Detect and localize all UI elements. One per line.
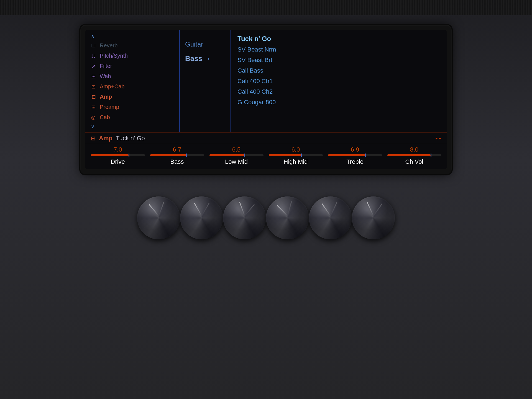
parameters-section: 7.0 6.7 6.5 6.0 6.9 8.0 <box>85 143 447 169</box>
model-sv-beast-nrm-label: SV Beast Nrm <box>237 46 276 53</box>
drive-slider[interactable] <box>91 154 145 156</box>
ch-vol-value: 8.0 <box>387 146 441 153</box>
effect-item-pitch-synth[interactable]: ♩♩ Pitch/Synth <box>85 51 179 61</box>
preamp-label: Preamp <box>100 104 119 110</box>
high-mid-label: High Mid <box>269 158 323 165</box>
pitch-synth-icon: ♩♩ <box>90 53 97 59</box>
amp-label: Amp <box>100 94 112 100</box>
scroll-up-arrow[interactable]: ∧ <box>85 32 179 40</box>
drive-knob[interactable] <box>137 196 180 239</box>
model-item-tuck-n-go[interactable]: Tuck n' Go <box>237 33 440 44</box>
model-cali-400-ch2-label: Cali 400 Ch2 <box>237 88 273 95</box>
high-mid-value: 6.0 <box>269 146 323 153</box>
low-mid-slider[interactable] <box>209 154 264 156</box>
treble-label: Treble <box>328 158 382 165</box>
pitch-synth-label: Pitch/Synth <box>100 53 128 59</box>
effect-item-filter[interactable]: ↗ Filter <box>85 61 179 71</box>
model-tuck-n-go-label: Tuck n' Go <box>237 35 271 42</box>
effect-item-cab[interactable]: ◎ Cab <box>85 112 179 122</box>
amp-cab-icon: ⊡ <box>90 84 97 90</box>
cab-label: Cab <box>100 114 110 121</box>
reverb-label: Reverb <box>100 42 117 49</box>
ch-vol-label: Ch Vol <box>387 158 441 165</box>
amp-subbar-name: Tuck n' Go <box>116 135 145 142</box>
wah-label: Wah <box>100 73 111 80</box>
params-sliders-row <box>85 154 447 156</box>
model-item-cali-400-ch1[interactable]: Cali 400 Ch1 <box>237 76 440 86</box>
model-item-sv-beast-nrm[interactable]: SV Beast Nrm <box>237 44 440 55</box>
effects-list-panel: ∧ ☐ Reverb ♩♩ Pitch/Synth ↗ Filter ⊟ <box>85 30 180 132</box>
amp-subbar-status-dot: ● ● <box>435 136 441 140</box>
screen: ∧ ☐ Reverb ♩♩ Pitch/Synth ↗ Filter ⊟ <box>85 30 447 169</box>
amp-icon: ⊟ <box>90 94 97 100</box>
preamp-icon: ⊟ <box>90 104 97 110</box>
model-item-sv-beast-brt[interactable]: SV Beast Brt <box>237 55 440 65</box>
amp-subbar: ⊟ Amp Tuck n' Go ● ● <box>85 132 447 143</box>
low-mid-value: 6.5 <box>209 146 264 153</box>
cab-icon: ◎ <box>90 114 97 121</box>
effect-item-amp-cab[interactable]: ⊡ Amp+Cab <box>85 81 179 92</box>
treble-knob[interactable] <box>309 196 352 239</box>
bass-slider[interactable] <box>150 154 204 156</box>
model-list-panel: Tuck n' Go SV Beast Nrm SV Beast Brt Cal… <box>231 30 447 132</box>
treble-slider[interactable] <box>328 154 382 156</box>
model-item-g-cougar-800[interactable]: G Cougar 800 <box>237 97 440 108</box>
amp-subbar-icon: ⊟ <box>91 135 96 142</box>
bass-label: Bass <box>185 54 202 63</box>
reverb-icon: ☐ <box>90 43 97 49</box>
model-sv-beast-brt-label: SV Beast Brt <box>237 57 272 63</box>
scroll-down-arrow[interactable]: ∨ <box>85 122 179 131</box>
knobs-section <box>115 180 417 262</box>
model-g-cougar-800-label: G Cougar 800 <box>237 99 276 106</box>
high-mid-knob[interactable] <box>266 196 309 239</box>
type-selector-panel: Guitar Bass › <box>180 30 231 132</box>
model-cali-bass-label: Cali Bass <box>237 67 263 74</box>
params-labels-row: Drive Bass Low Mid High Mid Treble Ch Vo… <box>85 157 447 165</box>
effect-item-reverb[interactable]: ☐ Reverb <box>85 40 179 51</box>
model-item-cali-bass[interactable]: Cali Bass <box>237 65 440 76</box>
effect-item-preamp[interactable]: ⊟ Preamp <box>85 102 179 112</box>
drive-label: Drive <box>91 158 145 165</box>
bass-knob[interactable] <box>180 196 223 239</box>
top-texture <box>0 0 532 15</box>
treble-value: 6.9 <box>328 146 382 153</box>
filter-label: Filter <box>100 63 112 69</box>
bass-value: 6.7 <box>150 146 204 153</box>
effect-item-wah[interactable]: ⊟ Wah <box>85 71 179 81</box>
guitar-type-item[interactable]: Guitar <box>183 39 227 49</box>
wah-icon: ⊟ <box>90 73 97 80</box>
filter-icon: ↗ <box>90 63 97 69</box>
bass-type-item[interactable]: Bass <box>183 53 204 64</box>
screen-upper: ∧ ☐ Reverb ♩♩ Pitch/Synth ↗ Filter ⊟ <box>85 30 447 132</box>
amp-cab-label: Amp+Cab <box>100 83 125 90</box>
screen-bezel: ∧ ☐ Reverb ♩♩ Pitch/Synth ↗ Filter ⊟ <box>80 25 452 174</box>
high-mid-slider[interactable] <box>269 154 323 156</box>
amp-subbar-label: Amp <box>99 135 112 142</box>
ch-vol-slider[interactable] <box>387 154 441 156</box>
ch-vol-knob[interactable] <box>352 196 395 239</box>
effect-item-amp[interactable]: ⊟ Amp <box>85 92 179 102</box>
type-arrow-icon: › <box>207 55 209 62</box>
params-values-row: 7.0 6.7 6.5 6.0 6.9 8.0 <box>85 146 447 153</box>
guitar-label: Guitar <box>185 40 203 48</box>
device-body: ∧ ☐ Reverb ♩♩ Pitch/Synth ↗ Filter ⊟ <box>0 0 532 399</box>
bass-param-label: Bass <box>150 158 204 165</box>
low-mid-label: Low Mid <box>209 158 264 165</box>
low-mid-knob[interactable] <box>223 196 266 239</box>
model-item-cali-400-ch2[interactable]: Cali 400 Ch2 <box>237 86 440 97</box>
drive-value: 7.0 <box>91 146 145 153</box>
model-cali-400-ch1-label: Cali 400 Ch1 <box>237 78 273 85</box>
